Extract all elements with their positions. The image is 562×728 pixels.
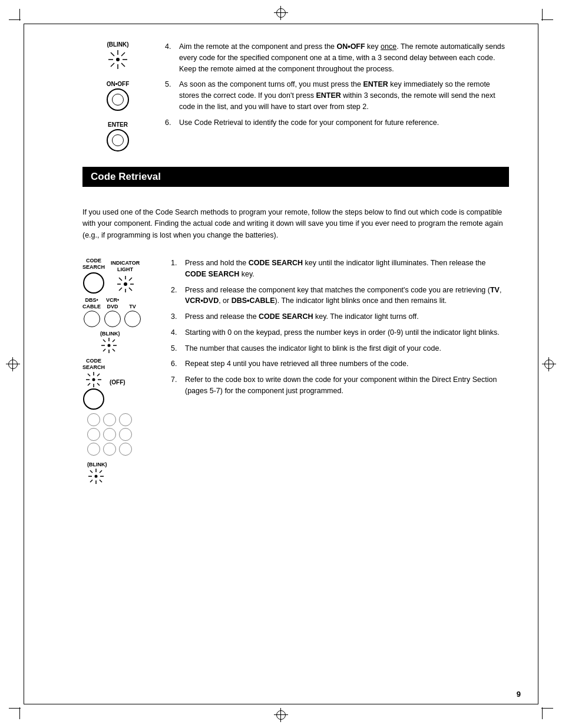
on-off-key-group: ON•OFF	[107, 81, 130, 111]
keypad-grid-rows	[87, 413, 159, 456]
code-retrieval-heading: Code Retrieval	[82, 167, 509, 187]
reg-mark-tl	[9, 9, 32, 32]
svg-line-25	[103, 349, 105, 351]
svg-line-43	[90, 480, 92, 482]
key-4	[87, 428, 100, 441]
crosshair-top	[274, 6, 288, 20]
reg-mark-br	[530, 696, 553, 719]
svg-line-33	[97, 374, 100, 376]
retrieval-step-6-num: 6.	[171, 358, 180, 370]
retrieval-step-2-text: Press and release the component key that…	[185, 285, 509, 307]
on-off-label: ON•OFF	[107, 81, 130, 87]
tv-label: TV	[129, 304, 136, 310]
blink-icon-bottom	[87, 467, 105, 485]
svg-line-24	[113, 340, 115, 342]
indicator-light-group: INDICATORLIGHT	[111, 260, 140, 294]
retrieval-step-7-text: Refer to the code box to write down the …	[185, 374, 509, 397]
step-6-num: 6.	[165, 117, 174, 129]
code-search-button-1	[83, 272, 104, 294]
right-column-top: 4. Aim the remote at the component and p…	[165, 41, 509, 133]
top-section: (BLINK) ON•OFF	[82, 41, 509, 151]
blink-icon-diagram	[100, 337, 118, 354]
indicator-light-label: INDICATORLIGHT	[111, 260, 140, 273]
svg-point-44	[95, 475, 98, 477]
enter-button	[107, 129, 129, 151]
retrieval-step-3-num: 3.	[171, 311, 180, 322]
left-column-top: (BLINK) ON•OFF	[82, 41, 153, 151]
vcr-dvd-label: VCR•DVD	[106, 297, 119, 310]
page-number: 9	[517, 690, 521, 699]
key-9	[119, 443, 132, 456]
retrieval-step-6: 6. Repeat step 4 until you have retrieve…	[171, 358, 509, 370]
code-search-2-group: CODESEARCH	[82, 358, 105, 410]
code-search-label-2: CODESEARCH	[82, 358, 105, 371]
step-4-text: Aim the remote at the component and pres…	[179, 41, 509, 74]
blink-icon-top	[107, 49, 128, 70]
key-7	[87, 443, 100, 456]
svg-line-15	[129, 278, 132, 281]
svg-line-7	[111, 63, 114, 67]
retrieval-step-7: 7. Refer to the code box to write down t…	[171, 374, 509, 397]
key-2	[103, 413, 116, 426]
blink-label-diagram: (BLINK)	[100, 331, 120, 337]
svg-line-6	[121, 52, 125, 56]
code-search-indicator-left: CODESEARCH	[82, 258, 105, 294]
retrieval-step-4-text: Starting with 0 on the keypad, press the…	[185, 327, 500, 338]
retrieval-step-2: 2. Press and release the component key t…	[171, 285, 509, 307]
step-4: 4. Aim the remote at the component and p…	[165, 41, 509, 74]
retrieval-steps: 1. Press and hold the CODE SEARCH key un…	[171, 258, 509, 401]
retrieval-step-3: 3. Press and release the CODE SEARCH key…	[171, 311, 509, 322]
tv-button	[124, 311, 141, 327]
dbs-cable-button	[84, 311, 100, 327]
crosshair-left	[6, 357, 20, 371]
svg-line-31	[88, 374, 90, 376]
reg-mark-bl	[9, 696, 32, 719]
svg-point-17	[124, 282, 127, 286]
code-search-button-2	[83, 388, 104, 410]
retrieval-step-4-num: 4.	[171, 327, 180, 338]
retrieval-step-1-text: Press and hold the CODE SEARCH key until…	[185, 258, 509, 280]
step-5: 5. As soon as the component turns off, y…	[165, 79, 509, 112]
svg-line-22	[103, 340, 105, 342]
key-6	[119, 428, 132, 441]
svg-line-13	[119, 278, 122, 281]
retrieval-step-5: 5. The number that causes the indicator …	[171, 343, 509, 354]
step-5-text: As soon as the component turns off, you …	[179, 79, 509, 112]
retrieval-step-4: 4. Starting with 0 on the keypad, press …	[171, 327, 509, 338]
blink-icon-code-search-2	[85, 371, 103, 388]
key-3	[119, 413, 132, 426]
svg-line-34	[88, 383, 90, 386]
dbs-cable-label: DBS•CABLE	[82, 297, 101, 310]
step-6: 6. Use Code Retrieval to identify the co…	[165, 117, 509, 129]
code-retrieval-heading-container: Code Retrieval	[82, 167, 509, 193]
step-5-num: 5.	[165, 79, 174, 112]
blink-label-bottom: (BLINK)	[87, 462, 107, 467]
retrieval-step-7-num: 7.	[171, 374, 180, 397]
svg-line-14	[129, 288, 132, 291]
svg-line-41	[100, 480, 102, 482]
enter-key-group: ENTER	[107, 121, 129, 151]
indicator-blink-icon	[116, 275, 135, 294]
svg-point-35	[92, 378, 95, 381]
svg-point-26	[108, 344, 111, 347]
crosshair-right	[542, 357, 556, 371]
blink-key-group-bottom: (BLINK)	[87, 462, 159, 485]
component-buttons-row: DBS•CABLE VCR•DVD TV	[82, 297, 159, 328]
retrieval-step-5-text: The number that causes the indicator lig…	[185, 343, 441, 354]
retrieval-section: CODESEARCH INDICATORLIGHT	[82, 258, 509, 485]
step-6-text: Use Code Retrieval to identify the code …	[179, 117, 439, 129]
crosshair-bottom	[274, 708, 288, 722]
key-5	[103, 428, 116, 441]
retrieval-step-2-num: 2.	[171, 285, 180, 307]
svg-line-32	[97, 383, 100, 386]
blink-key-group-diagram: (BLINK)	[100, 331, 159, 354]
svg-line-4	[111, 52, 114, 56]
svg-line-23	[113, 349, 115, 351]
code-search-label: CODESEARCH	[82, 258, 105, 271]
svg-line-5	[121, 63, 125, 67]
retrieval-step-1: 1. Press and hold the CODE SEARCH key un…	[171, 258, 509, 280]
svg-line-16	[119, 288, 122, 291]
vcr-dvd-button	[104, 311, 121, 327]
off-label: (OFF)	[110, 379, 125, 386]
retrieval-step-3-text: Press and release the CODE SEARCH key. T…	[185, 311, 419, 322]
